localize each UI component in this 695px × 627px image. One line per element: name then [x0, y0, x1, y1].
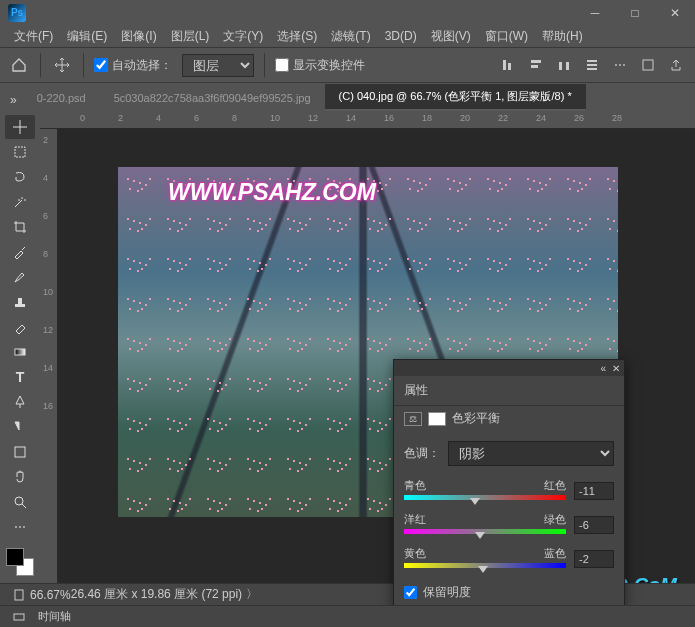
panel-chrome[interactable]: « ✕ — [394, 360, 624, 376]
gradient-tool[interactable] — [5, 340, 35, 364]
more-icon[interactable]: ⋯ — [609, 54, 631, 76]
align-icon[interactable] — [497, 54, 519, 76]
mask-icon[interactable] — [428, 412, 446, 426]
menu-3d[interactable]: 3D(D) — [379, 27, 423, 45]
zoom-value[interactable]: 66.67% — [30, 588, 71, 602]
stamp-tool[interactable] — [5, 290, 35, 314]
zoom-tool[interactable] — [5, 490, 35, 514]
menu-view[interactable]: 视图(V) — [425, 26, 477, 47]
lasso-tool[interactable] — [5, 165, 35, 189]
auto-select-target[interactable]: 图层 — [182, 54, 254, 77]
crop-tool[interactable] — [5, 215, 35, 239]
slider-track[interactable] — [404, 563, 566, 568]
distribute-icon[interactable] — [581, 54, 603, 76]
color-swatches[interactable] — [6, 548, 34, 576]
foreground-color[interactable] — [6, 548, 24, 566]
svg-point-15 — [15, 497, 23, 505]
brush-tool[interactable] — [5, 265, 35, 289]
menu-layer[interactable]: 图层(L) — [165, 26, 216, 47]
toolbox: T ⋯ — [0, 111, 40, 605]
preserve-label: 保留明度 — [423, 584, 471, 601]
properties-panel[interactable]: « ✕ 属性 ⚖ 色彩平衡 色调： 阴影 — [393, 359, 625, 605]
maximize-button[interactable]: □ — [615, 0, 655, 25]
svg-rect-0 — [503, 60, 506, 70]
timeline-tab[interactable]: 时间轴 — [38, 609, 71, 624]
show-transform-input[interactable] — [275, 58, 289, 72]
tabs-overflow-icon[interactable]: » — [4, 89, 23, 111]
menu-file[interactable]: 文件(F) — [8, 26, 59, 47]
wand-tool[interactable] — [5, 190, 35, 214]
home-icon[interactable] — [8, 54, 30, 76]
svg-rect-3 — [531, 65, 538, 68]
timeline-icon[interactable] — [8, 608, 30, 626]
slider-cyan-red: 青色 红色 — [394, 474, 624, 508]
canvas-area[interactable]: WWW.PSAHZ.COM « ✕ 属性 ⚖ 色彩平衡 色调： — [58, 129, 695, 605]
menu-type[interactable]: 文字(Y) — [217, 26, 269, 47]
watermark-text: WWW.PSAHZ.COM — [168, 179, 376, 206]
align-icon-2[interactable] — [525, 54, 547, 76]
align-icon-3[interactable] — [553, 54, 575, 76]
collapse-icon[interactable]: « — [600, 363, 606, 374]
marquee-tool[interactable] — [5, 140, 35, 164]
move-tool[interactable] — [5, 115, 35, 139]
window-controls: ─ □ ✕ — [575, 0, 695, 25]
type-tool[interactable]: T — [5, 365, 35, 389]
document-tabs: » 0-220.psd 5c030a822c758aa3f6f09049ef99… — [0, 83, 695, 111]
close-panel-icon[interactable]: ✕ — [612, 363, 620, 374]
eraser-tool[interactable] — [5, 315, 35, 339]
auto-select-label: 自动选择： — [112, 57, 172, 74]
svg-rect-12 — [18, 298, 22, 304]
balance-icon: ⚖ — [404, 412, 422, 426]
svg-rect-2 — [531, 60, 541, 63]
menu-help[interactable]: 帮助(H) — [536, 26, 589, 47]
svg-rect-16 — [15, 590, 23, 600]
svg-rect-6 — [587, 60, 597, 62]
3d-icon[interactable] — [637, 54, 659, 76]
tone-select[interactable]: 阴影 — [448, 441, 614, 466]
eyedropper-tool[interactable] — [5, 240, 35, 264]
horizontal-ruler[interactable]: 02 46 810 1214 1618 2022 2426 28 — [40, 111, 695, 129]
hand-tool[interactable] — [5, 465, 35, 489]
svg-rect-10 — [15, 147, 25, 157]
move-icon[interactable] — [51, 54, 73, 76]
pen-tool[interactable] — [5, 390, 35, 414]
panel-title: 属性 — [394, 376, 624, 406]
vertical-ruler[interactable]: 24 68 1012 1416 — [40, 129, 58, 605]
svg-rect-14 — [15, 447, 25, 457]
close-button[interactable]: ✕ — [655, 0, 695, 25]
tone-label: 色调： — [404, 445, 440, 462]
auto-select-checkbox[interactable]: 自动选择： — [94, 57, 172, 74]
workspace: T ⋯ 02 46 810 1214 1618 2022 2426 28 24 … — [0, 111, 695, 605]
more-tools[interactable]: ⋯ — [5, 515, 35, 539]
document-tab[interactable]: 5c030a822c758aa3f6f09049ef99525.jpg — [100, 87, 325, 111]
preserve-checkbox[interactable] — [404, 586, 417, 599]
preserve-luminosity[interactable]: 保留明度 — [394, 576, 624, 605]
slider-magenta-green: 洋红 绿色 — [394, 508, 624, 542]
svg-rect-11 — [15, 304, 25, 307]
share-icon[interactable] — [665, 54, 687, 76]
menu-image[interactable]: 图像(I) — [115, 26, 162, 47]
slider-value[interactable] — [574, 516, 614, 534]
slider-value[interactable] — [574, 550, 614, 568]
doc-icon[interactable] — [8, 586, 30, 604]
slider-value[interactable] — [574, 482, 614, 500]
shape-tool[interactable] — [5, 440, 35, 464]
slider-left-label: 黄色 — [404, 546, 426, 561]
slider-track[interactable] — [404, 495, 566, 500]
slider-right-label: 绿色 — [544, 512, 566, 527]
slider-right-label: 蓝色 — [544, 546, 566, 561]
menu-filter[interactable]: 滤镜(T) — [325, 26, 376, 47]
show-transform-checkbox[interactable]: 显示变换控件 — [275, 57, 365, 74]
svg-rect-1 — [508, 63, 511, 70]
menu-window[interactable]: 窗口(W) — [479, 26, 534, 47]
document-tab-active[interactable]: (C) 040.jpg @ 66.7% (色彩平衡 1, 图层蒙版/8) * — [325, 84, 586, 111]
document-tab[interactable]: 0-220.psd — [23, 87, 100, 111]
auto-select-input[interactable] — [94, 58, 108, 72]
svg-rect-17 — [14, 614, 24, 620]
menu-select[interactable]: 选择(S) — [271, 26, 323, 47]
menu-edit[interactable]: 编辑(E) — [61, 26, 113, 47]
slider-track[interactable] — [404, 529, 566, 534]
minimize-button[interactable]: ─ — [575, 0, 615, 25]
show-transform-label: 显示变换控件 — [293, 57, 365, 74]
path-tool[interactable] — [5, 415, 35, 439]
